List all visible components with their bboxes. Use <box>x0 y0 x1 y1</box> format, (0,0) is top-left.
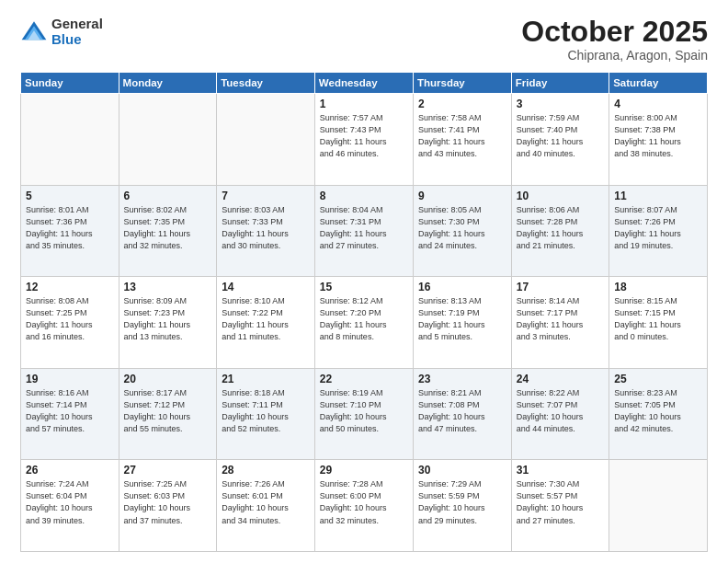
day-number: 25 <box>614 373 702 385</box>
day-info: Sunrise: 7:57 AM Sunset: 7:43 PM Dayligh… <box>320 112 408 160</box>
calendar-cell: 24Sunrise: 8:22 AM Sunset: 7:07 PM Dayli… <box>511 368 609 460</box>
day-number: 15 <box>320 281 408 293</box>
location-subtitle: Chiprana, Aragon, Spain <box>521 48 708 63</box>
day-number: 28 <box>222 464 310 477</box>
calendar-cell: 6Sunrise: 8:02 AM Sunset: 7:35 PM Daylig… <box>119 185 217 277</box>
calendar-cell: 15Sunrise: 8:12 AM Sunset: 7:20 PM Dayli… <box>314 277 413 369</box>
calendar-cell <box>217 94 315 186</box>
header: General Blue October 2025 Chiprana, Arag… <box>20 17 708 63</box>
day-info: Sunrise: 8:00 AM Sunset: 7:38 PM Dayligh… <box>614 112 702 160</box>
calendar-cell: 9Sunrise: 8:05 AM Sunset: 7:30 PM Daylig… <box>413 185 511 277</box>
calendar-cell: 4Sunrise: 8:00 AM Sunset: 7:38 PM Daylig… <box>609 94 708 186</box>
day-number: 19 <box>26 373 114 385</box>
logo-blue: Blue <box>51 32 103 48</box>
day-info: Sunrise: 7:30 AM Sunset: 5:57 PM Dayligh… <box>517 478 604 526</box>
day-info: Sunrise: 8:01 AM Sunset: 7:36 PM Dayligh… <box>26 204 114 252</box>
day-info: Sunrise: 7:59 AM Sunset: 7:40 PM Dayligh… <box>517 112 604 160</box>
logo-text: General Blue <box>51 17 103 47</box>
day-info: Sunrise: 8:16 AM Sunset: 7:14 PM Dayligh… <box>26 387 114 435</box>
day-info: Sunrise: 7:29 AM Sunset: 5:59 PM Dayligh… <box>418 478 506 526</box>
calendar-cell: 2Sunrise: 7:58 AM Sunset: 7:41 PM Daylig… <box>413 94 511 186</box>
weekday-header: Friday <box>511 73 609 94</box>
day-number: 3 <box>517 98 604 110</box>
calendar-cell: 5Sunrise: 8:01 AM Sunset: 7:36 PM Daylig… <box>21 185 119 277</box>
day-number: 20 <box>124 373 212 385</box>
day-number: 31 <box>517 464 604 477</box>
logo-icon <box>20 18 48 46</box>
day-number: 17 <box>517 281 604 293</box>
calendar-cell: 29Sunrise: 7:28 AM Sunset: 6:00 PM Dayli… <box>314 460 413 552</box>
day-number: 24 <box>517 373 604 385</box>
calendar-cell: 31Sunrise: 7:30 AM Sunset: 5:57 PM Dayli… <box>511 460 609 552</box>
day-info: Sunrise: 8:13 AM Sunset: 7:19 PM Dayligh… <box>418 295 506 343</box>
calendar-cell: 11Sunrise: 8:07 AM Sunset: 7:26 PM Dayli… <box>609 185 708 277</box>
day-info: Sunrise: 8:06 AM Sunset: 7:28 PM Dayligh… <box>517 204 604 252</box>
day-info: Sunrise: 8:19 AM Sunset: 7:10 PM Dayligh… <box>320 387 408 435</box>
calendar-cell: 30Sunrise: 7:29 AM Sunset: 5:59 PM Dayli… <box>413 460 511 552</box>
calendar-cell: 1Sunrise: 7:57 AM Sunset: 7:43 PM Daylig… <box>314 94 413 186</box>
day-number: 13 <box>124 281 212 293</box>
day-info: Sunrise: 8:07 AM Sunset: 7:26 PM Dayligh… <box>614 204 702 252</box>
day-number: 12 <box>26 281 114 293</box>
calendar-week-row: 19Sunrise: 8:16 AM Sunset: 7:14 PM Dayli… <box>21 368 708 460</box>
calendar-cell: 8Sunrise: 8:04 AM Sunset: 7:31 PM Daylig… <box>314 185 413 277</box>
day-number: 29 <box>320 464 408 477</box>
day-info: Sunrise: 7:26 AM Sunset: 6:01 PM Dayligh… <box>222 478 310 526</box>
day-info: Sunrise: 7:24 AM Sunset: 6:04 PM Dayligh… <box>26 478 114 526</box>
day-info: Sunrise: 8:03 AM Sunset: 7:33 PM Dayligh… <box>222 204 310 252</box>
day-number: 30 <box>418 464 506 477</box>
day-number: 6 <box>124 190 212 202</box>
day-number: 2 <box>418 98 506 110</box>
day-info: Sunrise: 7:25 AM Sunset: 6:03 PM Dayligh… <box>124 478 212 526</box>
day-number: 22 <box>320 373 408 385</box>
title-block: October 2025 Chiprana, Aragon, Spain <box>521 17 708 63</box>
calendar-cell: 10Sunrise: 8:06 AM Sunset: 7:28 PM Dayli… <box>511 185 609 277</box>
day-number: 14 <box>222 281 310 293</box>
calendar-cell: 7Sunrise: 8:03 AM Sunset: 7:33 PM Daylig… <box>217 185 315 277</box>
day-info: Sunrise: 8:17 AM Sunset: 7:12 PM Dayligh… <box>124 387 212 435</box>
calendar-cell: 12Sunrise: 8:08 AM Sunset: 7:25 PM Dayli… <box>21 277 119 369</box>
day-info: Sunrise: 8:21 AM Sunset: 7:08 PM Dayligh… <box>418 387 506 435</box>
logo: General Blue <box>20 17 103 47</box>
calendar-table: SundayMondayTuesdayWednesdayThursdayFrid… <box>20 72 708 552</box>
day-number: 7 <box>222 190 310 202</box>
day-info: Sunrise: 8:18 AM Sunset: 7:11 PM Dayligh… <box>222 387 310 435</box>
day-info: Sunrise: 7:28 AM Sunset: 6:00 PM Dayligh… <box>320 478 408 526</box>
calendar-cell <box>609 460 708 552</box>
day-number: 9 <box>418 190 506 202</box>
calendar-cell <box>21 94 119 186</box>
day-number: 10 <box>517 190 604 202</box>
calendar-cell: 17Sunrise: 8:14 AM Sunset: 7:17 PM Dayli… <box>511 277 609 369</box>
day-number: 1 <box>320 98 408 110</box>
calendar-cell: 23Sunrise: 8:21 AM Sunset: 7:08 PM Dayli… <box>413 368 511 460</box>
calendar-cell: 18Sunrise: 8:15 AM Sunset: 7:15 PM Dayli… <box>609 277 708 369</box>
day-number: 26 <box>26 464 114 477</box>
month-title: October 2025 <box>521 17 708 46</box>
calendar-cell: 20Sunrise: 8:17 AM Sunset: 7:12 PM Dayli… <box>119 368 217 460</box>
day-info: Sunrise: 7:58 AM Sunset: 7:41 PM Dayligh… <box>418 112 506 160</box>
day-number: 5 <box>26 190 114 202</box>
calendar-cell: 21Sunrise: 8:18 AM Sunset: 7:11 PM Dayli… <box>217 368 315 460</box>
calendar-cell: 26Sunrise: 7:24 AM Sunset: 6:04 PM Dayli… <box>21 460 119 552</box>
day-number: 21 <box>222 373 310 385</box>
calendar-cell: 25Sunrise: 8:23 AM Sunset: 7:05 PM Dayli… <box>609 368 708 460</box>
day-info: Sunrise: 8:12 AM Sunset: 7:20 PM Dayligh… <box>320 295 408 343</box>
weekday-header: Saturday <box>609 73 708 94</box>
day-info: Sunrise: 8:04 AM Sunset: 7:31 PM Dayligh… <box>320 204 408 252</box>
day-info: Sunrise: 8:10 AM Sunset: 7:22 PM Dayligh… <box>222 295 310 343</box>
weekday-header: Sunday <box>21 73 119 94</box>
calendar-week-row: 12Sunrise: 8:08 AM Sunset: 7:25 PM Dayli… <box>21 277 708 369</box>
day-info: Sunrise: 8:08 AM Sunset: 7:25 PM Dayligh… <box>26 295 114 343</box>
calendar-cell: 14Sunrise: 8:10 AM Sunset: 7:22 PM Dayli… <box>217 277 315 369</box>
calendar-cell: 16Sunrise: 8:13 AM Sunset: 7:19 PM Dayli… <box>413 277 511 369</box>
calendar-cell: 13Sunrise: 8:09 AM Sunset: 7:23 PM Dayli… <box>119 277 217 369</box>
day-number: 18 <box>614 281 702 293</box>
calendar-week-row: 1Sunrise: 7:57 AM Sunset: 7:43 PM Daylig… <box>21 94 708 186</box>
calendar-cell <box>119 94 217 186</box>
day-info: Sunrise: 8:05 AM Sunset: 7:30 PM Dayligh… <box>418 204 506 252</box>
day-info: Sunrise: 8:23 AM Sunset: 7:05 PM Dayligh… <box>614 387 702 435</box>
calendar-cell: 22Sunrise: 8:19 AM Sunset: 7:10 PM Dayli… <box>314 368 413 460</box>
weekday-header: Monday <box>119 73 217 94</box>
logo-general: General <box>51 17 103 32</box>
day-info: Sunrise: 8:14 AM Sunset: 7:17 PM Dayligh… <box>517 295 604 343</box>
